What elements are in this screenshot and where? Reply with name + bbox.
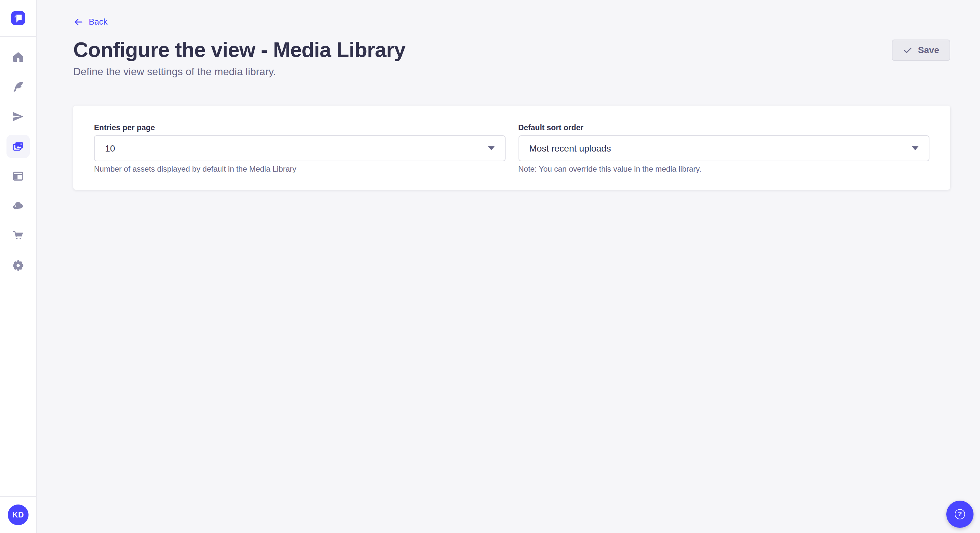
sidebar-item-content-manager[interactable] (6, 75, 30, 98)
page-title: Configure the view - Media Library (73, 37, 406, 63)
sidebar-nav (0, 37, 36, 284)
back-label: Back (89, 17, 108, 27)
cloud-icon (12, 200, 25, 213)
sidebar-item-media-library[interactable] (6, 135, 30, 158)
chevron-down-icon (912, 146, 918, 150)
settings-gear-icon (12, 259, 25, 272)
default-sort-order-select[interactable]: Most recent uploads (518, 135, 929, 161)
media-library-icon (12, 140, 25, 153)
sidebar-item-purchases[interactable] (6, 224, 30, 247)
home-icon (12, 51, 25, 63)
feather-icon (12, 80, 25, 93)
sidebar-spacer (0, 284, 36, 496)
field-entries-per-page: Entries per page 10 Number of assets dis… (94, 122, 505, 174)
avatar-initials: KD (12, 510, 24, 519)
chevron-down-icon (488, 146, 494, 150)
sidebar-item-cloud[interactable] (6, 194, 30, 217)
title-row: Configure the view - Media Library Save (73, 37, 950, 63)
entries-per-page-hint: Number of assets displayed by default in… (94, 164, 505, 174)
save-button-label: Save (918, 45, 939, 55)
default-sort-order-hint: Note: You can override this value in the… (518, 164, 929, 174)
save-button[interactable]: Save (892, 39, 950, 60)
field-default-sort-order: Default sort order Most recent uploads N… (518, 122, 929, 174)
question-mark-icon: ? (955, 509, 965, 519)
app-root: KD Back Configure the view - Media Libra… (0, 0, 980, 533)
cart-icon (12, 229, 25, 242)
brand-link[interactable] (0, 0, 36, 37)
check-icon (903, 45, 913, 55)
sidebar-item-releases[interactable] (6, 105, 30, 128)
sidebar-item-layout[interactable] (6, 165, 30, 188)
main-content: Back Configure the view - Media Library … (37, 0, 980, 533)
sidebar-item-home[interactable] (6, 45, 30, 69)
entries-per-page-value: 10 (105, 143, 115, 154)
entries-per-page-select[interactable]: 10 (94, 135, 505, 161)
arrow-left-icon (73, 17, 84, 27)
back-link[interactable]: Back (73, 17, 108, 27)
paper-plane-icon (12, 110, 25, 123)
settings-card: Entries per page 10 Number of assets dis… (73, 106, 950, 190)
user-section: KD (0, 496, 36, 533)
layout-icon (12, 170, 25, 182)
entries-per-page-label: Entries per page (94, 122, 505, 133)
sidebar: KD (0, 0, 37, 533)
help-button[interactable]: ? (946, 501, 974, 528)
default-sort-order-label: Default sort order (518, 122, 929, 133)
default-sort-order-value: Most recent uploads (529, 143, 611, 154)
help-glyph: ? (958, 511, 962, 517)
strapi-logo-icon (11, 11, 25, 25)
page-subtitle: Define the view settings of the media li… (73, 65, 950, 78)
sidebar-item-settings[interactable] (6, 254, 30, 277)
avatar[interactable]: KD (8, 504, 29, 525)
